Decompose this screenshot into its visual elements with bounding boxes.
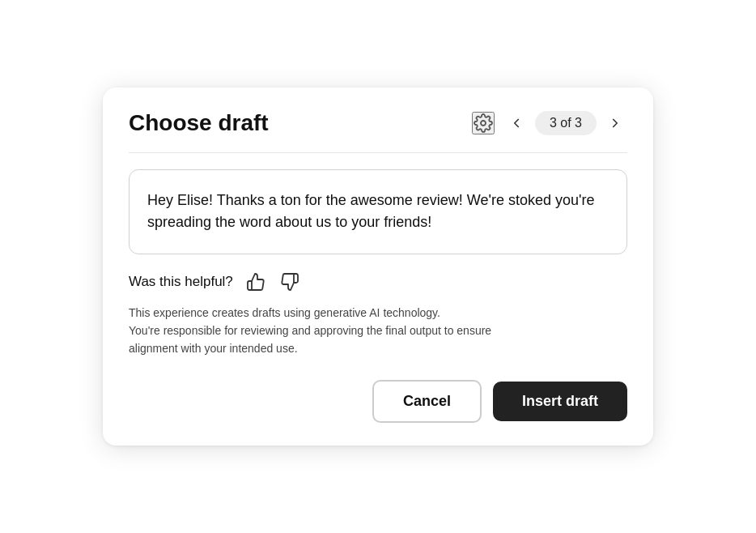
- thumbs-down-button[interactable]: [278, 271, 301, 293]
- insert-draft-button[interactable]: Insert draft: [493, 382, 627, 421]
- dialog-title: Choose draft: [129, 110, 269, 136]
- helpful-label: Was this helpful?: [129, 274, 233, 290]
- next-draft-button[interactable]: [603, 113, 627, 134]
- thumbs-up-button[interactable]: [244, 271, 267, 293]
- helpful-row: Was this helpful?: [129, 271, 627, 293]
- draft-text: Hey Elise! Thanks a ton for the awesome …: [147, 190, 609, 235]
- header-divider: [129, 152, 627, 153]
- prev-draft-button[interactable]: [504, 113, 529, 134]
- choose-draft-dialog: Choose draft 3 of 3: [103, 87, 653, 446]
- pagination-label: 3 of 3: [535, 111, 597, 135]
- action-row: Cancel Insert draft: [129, 380, 627, 423]
- cancel-button[interactable]: Cancel: [372, 380, 482, 423]
- settings-button[interactable]: [472, 112, 495, 134]
- disclaimer-text: This experience creates drafts using gen…: [129, 305, 627, 357]
- pagination: 3 of 3: [504, 111, 627, 135]
- dialog-header: Choose draft 3 of 3: [129, 110, 627, 136]
- svg-point-0: [481, 121, 486, 126]
- draft-content-box: Hey Elise! Thanks a ton for the awesome …: [129, 169, 627, 255]
- header-right: 3 of 3: [472, 111, 627, 135]
